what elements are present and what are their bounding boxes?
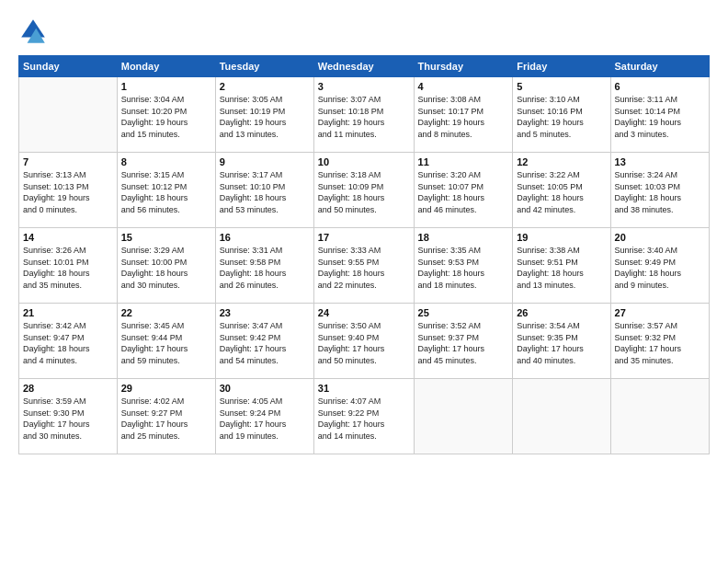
- calendar-cell: 18Sunrise: 3:35 AM Sunset: 9:53 PM Dayli…: [414, 228, 513, 304]
- calendar-cell: [610, 379, 709, 454]
- calendar-cell: 2Sunrise: 3:05 AM Sunset: 10:19 PM Dayli…: [215, 77, 313, 153]
- day-info: Sunrise: 4:05 AM Sunset: 9:24 PM Dayligh…: [220, 396, 310, 442]
- calendar-cell: 23Sunrise: 3:47 AM Sunset: 9:42 PM Dayli…: [215, 304, 313, 379]
- calendar-cell: 31Sunrise: 4:07 AM Sunset: 9:22 PM Dayli…: [313, 379, 414, 454]
- day-number: 12: [517, 156, 606, 167]
- day-number: 18: [418, 232, 509, 243]
- calendar-header-row: SundayMondayTuesdayWednesdayThursdayFrid…: [19, 56, 710, 77]
- calendar-cell: 5Sunrise: 3:10 AM Sunset: 10:16 PM Dayli…: [513, 77, 610, 153]
- day-header-wednesday: Wednesday: [313, 56, 414, 77]
- page: SundayMondayTuesdayWednesdayThursdayFrid…: [0, 0, 728, 563]
- calendar-cell: 7Sunrise: 3:13 AM Sunset: 10:13 PM Dayli…: [19, 153, 118, 228]
- day-info: Sunrise: 3:52 AM Sunset: 9:37 PM Dayligh…: [418, 320, 509, 366]
- day-number: 11: [418, 156, 509, 167]
- day-header-monday: Monday: [117, 56, 215, 77]
- day-info: Sunrise: 3:38 AM Sunset: 9:51 PM Dayligh…: [517, 245, 606, 291]
- day-number: 29: [121, 383, 211, 394]
- day-number: 17: [318, 232, 410, 243]
- calendar-cell: 6Sunrise: 3:11 AM Sunset: 10:14 PM Dayli…: [610, 77, 709, 153]
- calendar-cell: 17Sunrise: 3:33 AM Sunset: 9:55 PM Dayli…: [313, 228, 414, 304]
- calendar-cell: 8Sunrise: 3:15 AM Sunset: 10:12 PM Dayli…: [117, 153, 215, 228]
- calendar-week-row: 14Sunrise: 3:26 AM Sunset: 10:01 PM Dayl…: [19, 228, 710, 304]
- calendar-cell: 12Sunrise: 3:22 AM Sunset: 10:05 PM Dayl…: [513, 153, 610, 228]
- day-header-tuesday: Tuesday: [215, 56, 313, 77]
- day-number: 14: [23, 232, 113, 243]
- calendar-cell: 11Sunrise: 3:20 AM Sunset: 10:07 PM Dayl…: [414, 153, 513, 228]
- calendar-cell: 13Sunrise: 3:24 AM Sunset: 10:03 PM Dayl…: [610, 153, 709, 228]
- day-info: Sunrise: 3:18 AM Sunset: 10:09 PM Daylig…: [318, 169, 410, 215]
- calendar-week-row: 21Sunrise: 3:42 AM Sunset: 9:47 PM Dayli…: [19, 304, 710, 379]
- day-info: Sunrise: 3:59 AM Sunset: 9:30 PM Dayligh…: [23, 396, 113, 442]
- calendar-cell: 1Sunrise: 3:04 AM Sunset: 10:20 PM Dayli…: [117, 77, 215, 153]
- day-info: Sunrise: 3:33 AM Sunset: 9:55 PM Dayligh…: [318, 245, 410, 291]
- calendar-cell: 19Sunrise: 3:38 AM Sunset: 9:51 PM Dayli…: [513, 228, 610, 304]
- calendar-cell: 4Sunrise: 3:08 AM Sunset: 10:17 PM Dayli…: [414, 77, 513, 153]
- day-info: Sunrise: 3:10 AM Sunset: 10:16 PM Daylig…: [517, 94, 606, 140]
- calendar-cell: 15Sunrise: 3:29 AM Sunset: 10:00 PM Dayl…: [117, 228, 215, 304]
- calendar-cell: 20Sunrise: 3:40 AM Sunset: 9:49 PM Dayli…: [610, 228, 709, 304]
- day-number: 2: [220, 81, 310, 92]
- day-number: 7: [23, 156, 113, 167]
- day-info: Sunrise: 3:07 AM Sunset: 10:18 PM Daylig…: [318, 94, 410, 140]
- day-info: Sunrise: 3:20 AM Sunset: 10:07 PM Daylig…: [418, 169, 509, 215]
- day-info: Sunrise: 3:47 AM Sunset: 9:42 PM Dayligh…: [220, 320, 310, 366]
- day-number: 31: [318, 383, 410, 394]
- day-number: 21: [23, 307, 113, 318]
- day-number: 28: [23, 383, 113, 394]
- calendar-cell: [513, 379, 610, 454]
- day-info: Sunrise: 3:50 AM Sunset: 9:40 PM Dayligh…: [318, 320, 410, 366]
- logo: [18, 17, 51, 46]
- day-info: Sunrise: 3:17 AM Sunset: 10:10 PM Daylig…: [220, 169, 310, 215]
- day-number: 20: [615, 232, 705, 243]
- calendar-cell: 24Sunrise: 3:50 AM Sunset: 9:40 PM Dayli…: [313, 304, 414, 379]
- day-info: Sunrise: 3:08 AM Sunset: 10:17 PM Daylig…: [418, 94, 509, 140]
- calendar-cell: 27Sunrise: 3:57 AM Sunset: 9:32 PM Dayli…: [610, 304, 709, 379]
- day-number: 16: [220, 232, 310, 243]
- day-number: 6: [615, 81, 705, 92]
- calendar-cell: 16Sunrise: 3:31 AM Sunset: 9:58 PM Dayli…: [215, 228, 313, 304]
- calendar-week-row: 7Sunrise: 3:13 AM Sunset: 10:13 PM Dayli…: [19, 153, 710, 228]
- day-number: 9: [220, 156, 310, 167]
- day-info: Sunrise: 3:22 AM Sunset: 10:05 PM Daylig…: [517, 169, 606, 215]
- day-info: Sunrise: 3:13 AM Sunset: 10:13 PM Daylig…: [23, 169, 113, 215]
- calendar-table: SundayMondayTuesdayWednesdayThursdayFrid…: [18, 55, 710, 454]
- day-info: Sunrise: 3:35 AM Sunset: 9:53 PM Dayligh…: [418, 245, 509, 291]
- calendar-week-row: 1Sunrise: 3:04 AM Sunset: 10:20 PM Dayli…: [19, 77, 710, 153]
- calendar-cell: 22Sunrise: 3:45 AM Sunset: 9:44 PM Dayli…: [117, 304, 215, 379]
- day-info: Sunrise: 3:40 AM Sunset: 9:49 PM Dayligh…: [615, 245, 705, 291]
- day-number: 15: [121, 232, 211, 243]
- calendar-cell: [414, 379, 513, 454]
- day-number: 23: [220, 307, 310, 318]
- day-header-thursday: Thursday: [414, 56, 513, 77]
- day-number: 10: [318, 156, 410, 167]
- day-info: Sunrise: 4:07 AM Sunset: 9:22 PM Dayligh…: [318, 396, 410, 442]
- day-number: 19: [517, 232, 606, 243]
- day-info: Sunrise: 3:04 AM Sunset: 10:20 PM Daylig…: [121, 94, 211, 140]
- day-info: Sunrise: 3:29 AM Sunset: 10:00 PM Daylig…: [121, 245, 211, 291]
- calendar-cell: 14Sunrise: 3:26 AM Sunset: 10:01 PM Dayl…: [19, 228, 118, 304]
- calendar-cell: 25Sunrise: 3:52 AM Sunset: 9:37 PM Dayli…: [414, 304, 513, 379]
- day-info: Sunrise: 3:45 AM Sunset: 9:44 PM Dayligh…: [121, 320, 211, 366]
- calendar-cell: [19, 77, 118, 153]
- calendar-cell: 3Sunrise: 3:07 AM Sunset: 10:18 PM Dayli…: [313, 77, 414, 153]
- calendar-cell: 10Sunrise: 3:18 AM Sunset: 10:09 PM Dayl…: [313, 153, 414, 228]
- day-number: 30: [220, 383, 310, 394]
- calendar-cell: 9Sunrise: 3:17 AM Sunset: 10:10 PM Dayli…: [215, 153, 313, 228]
- day-number: 3: [318, 81, 410, 92]
- day-info: Sunrise: 3:57 AM Sunset: 9:32 PM Dayligh…: [615, 320, 705, 366]
- day-info: Sunrise: 4:02 AM Sunset: 9:27 PM Dayligh…: [121, 396, 211, 442]
- logo-icon: [18, 17, 48, 46]
- day-info: Sunrise: 3:31 AM Sunset: 9:58 PM Dayligh…: [220, 245, 310, 291]
- day-number: 25: [418, 307, 509, 318]
- day-info: Sunrise: 3:15 AM Sunset: 10:12 PM Daylig…: [121, 169, 211, 215]
- day-info: Sunrise: 3:05 AM Sunset: 10:19 PM Daylig…: [220, 94, 310, 140]
- day-number: 8: [121, 156, 211, 167]
- day-info: Sunrise: 3:42 AM Sunset: 9:47 PM Dayligh…: [23, 320, 113, 366]
- header: [18, 17, 710, 46]
- calendar-week-row: 28Sunrise: 3:59 AM Sunset: 9:30 PM Dayli…: [19, 379, 710, 454]
- day-number: 26: [517, 307, 606, 318]
- day-info: Sunrise: 3:11 AM Sunset: 10:14 PM Daylig…: [615, 94, 705, 140]
- day-info: Sunrise: 3:24 AM Sunset: 10:03 PM Daylig…: [615, 169, 705, 215]
- calendar-cell: 28Sunrise: 3:59 AM Sunset: 9:30 PM Dayli…: [19, 379, 118, 454]
- day-header-saturday: Saturday: [610, 56, 709, 77]
